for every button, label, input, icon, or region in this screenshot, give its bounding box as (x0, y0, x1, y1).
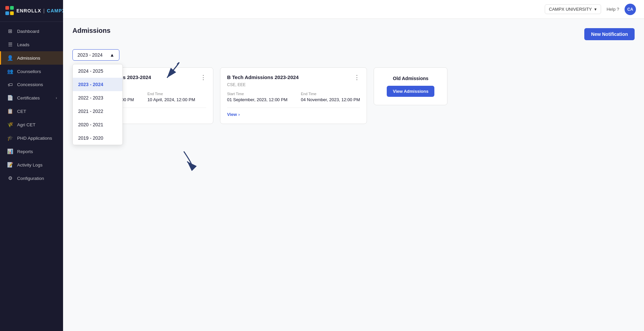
help-link[interactable]: Help ? (606, 7, 619, 12)
logo-area: ENROLLX | CAMPX (0, 0, 63, 22)
card-2-menu-icon[interactable]: ⋮ (354, 74, 360, 80)
nav-icon-configuration: ⚙ (7, 175, 13, 181)
year-selector-value: 2023 - 2024 (77, 52, 103, 58)
sidebar-item-concessions[interactable]: 🏷 Concessions (0, 78, 63, 91)
year-option[interactable]: 2021 - 2022 (73, 105, 122, 118)
nav-label-configuration: Configuration (17, 176, 44, 181)
sidebar-item-agri-cet[interactable]: 🌾 Agri CET (0, 118, 63, 131)
chevron-up-icon: ▲ (110, 52, 114, 58)
nav-icon-activity-logs: 📝 (7, 162, 13, 168)
card-2-subtitle: CSE, EEE (227, 82, 360, 87)
year-option[interactable]: 2020 - 2021 (73, 118, 122, 131)
year-selector-row: 2023 - 2024 ▲ 2024 - 20252023 - 20242022… (72, 49, 635, 61)
nav-expand-arrow: › (56, 96, 57, 100)
view-admissions-button[interactable]: View Admissions (387, 86, 434, 97)
nav-label-certificates: Certificates (17, 95, 40, 101)
nav-label-dashboard: Dashboard (17, 29, 39, 34)
nav-icon-concessions: 🏷 (7, 82, 13, 87)
nav-icon-phd: 🎓 (7, 135, 13, 141)
nav-label-cet: CET (17, 109, 26, 114)
year-selector[interactable]: 2023 - 2024 ▲ (72, 49, 119, 61)
year-option[interactable]: 2022 - 2023 (73, 91, 122, 105)
content-area: Admissions New Notification 2023 - 2024 … (63, 19, 644, 331)
sidebar: ENROLLX | CAMPX ⊞ Dashboard ☰ Leads 👤 Ad… (0, 0, 63, 331)
card-2-end-block: End Time 04 November, 2023, 12:00 PM (301, 92, 360, 102)
nav-label-activity-logs: Activity Logs (17, 162, 43, 168)
sidebar-item-leads[interactable]: ☰ Leads (0, 38, 63, 51)
chevron-down-icon: ▾ (594, 7, 597, 12)
card-2-footer: View › (227, 108, 360, 117)
card-2-start-block: Start Time 01 September, 2023, 12:00 PM (227, 92, 287, 102)
year-option[interactable]: 2023 - 2024 (73, 78, 122, 91)
nav-menu: ⊞ Dashboard ☰ Leads 👤 Admissions 👥 Couns… (0, 22, 63, 331)
sidebar-item-dashboard[interactable]: ⊞ Dashboard (0, 24, 63, 38)
nav-icon-certificates: 📄 (7, 95, 13, 101)
card-1-end-label: End Time (147, 92, 195, 96)
nav-label-admissions: Admissions (17, 56, 40, 61)
nav-icon-cet: 📋 (7, 108, 13, 114)
sidebar-item-admissions[interactable]: 👤 Admissions (0, 51, 63, 65)
card-1-menu-icon[interactable]: ⋮ (200, 74, 206, 80)
nav-label-agri-cet: Agri CET (17, 122, 36, 127)
sidebar-item-reports[interactable]: 📊 Reports (0, 145, 63, 158)
year-option[interactable]: 2019 - 2020 (73, 131, 122, 145)
card-2-time-row: Start Time 01 September, 2023, 12:00 PM … (227, 92, 360, 102)
page-header-row: Admissions New Notification (72, 27, 635, 41)
card-2-end-label: End Time (301, 92, 360, 96)
logo-text: ENROLLX | CAMPX (16, 8, 65, 13)
year-dropdown: 2024 - 20252023 - 20242022 - 20232021 - … (72, 64, 123, 145)
old-admissions-card: Old Admissions View Admissions (374, 67, 447, 105)
nav-label-reports: Reports (17, 149, 33, 154)
year-selector-wrapper: 2023 - 2024 ▲ 2024 - 20252023 - 20242022… (72, 49, 119, 61)
nav-label-leads: Leads (17, 42, 30, 47)
year-option[interactable]: 2024 - 2025 (73, 64, 122, 78)
admission-card-2: B Tech Admissions 2023-2024 ⋮ CSE, EEE S… (220, 67, 367, 124)
logo-icon (5, 6, 14, 15)
sidebar-item-counsellors[interactable]: 👥 Counsellors (0, 65, 63, 78)
university-selector[interactable]: CAMPX UNIVERSITY ▾ (545, 4, 601, 14)
annotation-arrows (63, 19, 644, 331)
nav-label-counsellors: Counsellors (17, 69, 41, 74)
chevron-right-icon-2: › (238, 112, 239, 117)
card-2-end-value: 04 November, 2023, 12:00 PM (301, 97, 360, 102)
nav-icon-admissions: 👤 (7, 55, 13, 61)
page-title: Admissions (72, 27, 110, 35)
nav-icon-counsellors: 👥 (7, 68, 13, 74)
main-area: CAMPX UNIVERSITY ▾ Help ? CA Admissions … (63, 0, 644, 331)
card-1-end-block: End Time 10 April, 2024, 12:00 PM (147, 92, 195, 102)
nav-icon-reports: 📊 (7, 148, 13, 154)
card-2-title: B Tech Admissions 2023-2024 (227, 74, 299, 80)
sidebar-item-certificates[interactable]: 📄 Certificates › (0, 91, 63, 105)
card-2-view-link[interactable]: View › (227, 112, 240, 117)
nav-label-phd: PHD Applications (17, 136, 52, 141)
cards-row: B Tech Admissions 2023-2024 ⋮ CSE, EEE S… (72, 67, 635, 124)
nav-label-concessions: Concessions (17, 82, 43, 87)
avatar[interactable]: CA (625, 4, 636, 15)
sidebar-item-cet[interactable]: 📋 CET (0, 105, 63, 118)
new-notification-button[interactable]: New Notification (584, 28, 635, 40)
sidebar-item-configuration[interactable]: ⚙ Configuration (0, 172, 63, 185)
card-2-start-value: 01 September, 2023, 12:00 PM (227, 97, 287, 102)
card-2-start-label: Start Time (227, 92, 287, 96)
sidebar-item-activity-logs[interactable]: 📝 Activity Logs (0, 158, 63, 172)
card-2-header: B Tech Admissions 2023-2024 ⋮ (227, 74, 360, 80)
nav-icon-leads: ☰ (7, 42, 13, 48)
card-1-end-value: 10 April, 2024, 12:00 PM (147, 97, 195, 102)
nav-icon-dashboard: ⊞ (7, 28, 13, 34)
nav-icon-agri-cet: 🌾 (7, 122, 13, 128)
old-admissions-title: Old Admissions (393, 76, 428, 81)
top-header: CAMPX UNIVERSITY ▾ Help ? CA (63, 0, 644, 19)
sidebar-item-phd[interactable]: 🎓 PHD Applications (0, 131, 63, 145)
